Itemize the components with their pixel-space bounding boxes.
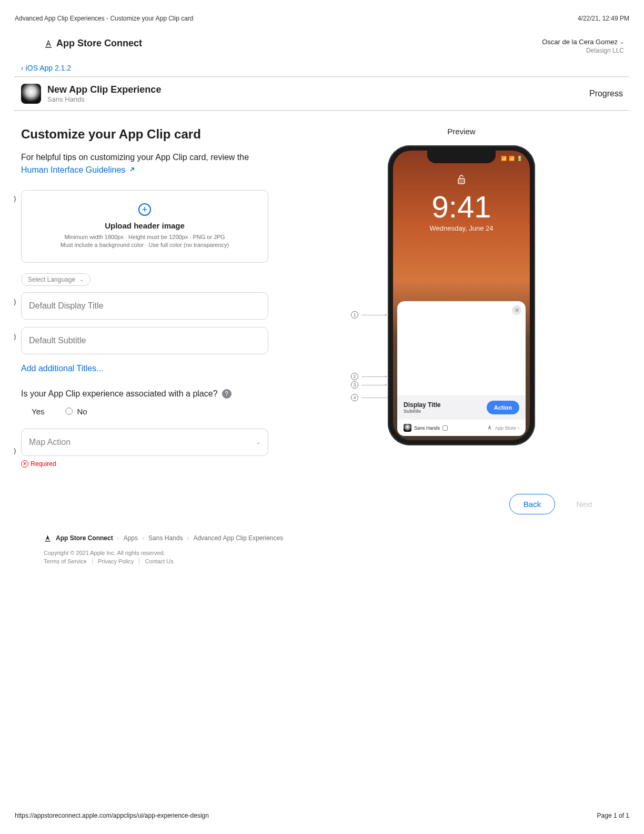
- copyright: Copyright © 2021 Apple Inc. All rights r…: [44, 550, 600, 556]
- progress-label: Progress: [589, 89, 623, 98]
- annotation-2: 2: [351, 373, 358, 380]
- upload-hint-1: Minimum width 1800px · Height must be 12…: [32, 233, 257, 241]
- external-link-icon: [129, 166, 135, 173]
- breadcrumb-root[interactable]: App Store Connect: [56, 534, 113, 542]
- annotation-1: 1: [351, 311, 358, 319]
- card-app-name: Sans Hands: [414, 425, 440, 431]
- language-select[interactable]: Select Language ⌄: [21, 273, 90, 286]
- chevron-right-icon: ›: [142, 534, 144, 542]
- print-page: Page 1 of 1: [597, 812, 629, 819]
- account-menu[interactable]: Oscar de la Cera Gomez ⌄: [542, 38, 624, 46]
- lock-time: 9:41: [393, 189, 530, 224]
- account-org: Delasign LLC: [542, 47, 624, 54]
- annotation-line: [361, 385, 387, 385]
- card-header-area: [397, 301, 526, 395]
- breadcrumb-current: Advanced App Clip Experiences: [193, 534, 283, 542]
- upload-title: Upload header image: [32, 221, 257, 230]
- breadcrumb-app[interactable]: Sans Hands: [148, 534, 183, 542]
- hig-link[interactable]: Human Interface Guidelines: [21, 165, 135, 174]
- app-store-icon: [486, 424, 494, 432]
- close-icon[interactable]: ✕: [512, 305, 521, 315]
- preview-label: Preview: [447, 127, 475, 136]
- chevron-down-icon: ⌄: [256, 439, 260, 445]
- chevron-right-icon: ›: [117, 534, 119, 542]
- place-question: Is your App Clip experience associated w…: [21, 389, 218, 399]
- print-title: Advanced App Clip Experiences - Customiz…: [15, 15, 194, 22]
- print-timestamp: 4/22/21, 12:49 PM: [578, 15, 629, 22]
- annotation-line: [361, 376, 387, 377]
- upload-header-image[interactable]: + Upload header image Minimum width 1800…: [21, 190, 268, 263]
- annotation-4: 4: [351, 394, 358, 401]
- subtitle-input[interactable]: [21, 327, 268, 354]
- card-action-button[interactable]: Action: [487, 401, 519, 414]
- chevron-down-icon: ⌄: [79, 276, 84, 282]
- chevron-down-icon: ⌄: [620, 39, 624, 45]
- contact-link[interactable]: Contact Us: [145, 558, 178, 564]
- annotation-paren: ): [14, 446, 16, 454]
- checkbox-icon: [442, 425, 448, 431]
- annotation-line: [361, 315, 387, 315]
- breadcrumb-apps[interactable]: Apps: [124, 534, 138, 542]
- app-clip-card: ✕ Display Title Subtitle Action: [397, 301, 526, 436]
- svg-rect-0: [458, 178, 465, 184]
- back-breadcrumb[interactable]: ‹ iOS App 2.1.2: [15, 59, 77, 76]
- phone-screen: 📶 📶 🔋 9:41 Wednesday, June 24 ✕: [393, 151, 530, 440]
- tos-link[interactable]: Terms of Service: [44, 558, 93, 564]
- app-store-link[interactable]: App Store ›: [486, 424, 519, 432]
- annotation-paren: ): [14, 332, 16, 340]
- radio-icon: [65, 408, 73, 415]
- add-titles-link[interactable]: Add additional Titles...: [21, 364, 104, 373]
- app-store-connect-icon: [44, 534, 52, 542]
- phone-notch: [427, 151, 496, 163]
- brand[interactable]: App Store Connect: [44, 38, 142, 49]
- annotation-3: 3: [351, 381, 358, 389]
- app-store-connect-icon: [44, 39, 53, 48]
- annotation-paren: ): [14, 194, 16, 202]
- required-error: ✕ Required: [21, 460, 268, 468]
- chevron-right-icon: ›: [518, 425, 519, 431]
- lock-date: Wednesday, June 24: [393, 224, 530, 232]
- help-icon[interactable]: ?: [222, 389, 232, 399]
- app-icon: [21, 84, 41, 104]
- chevron-left-icon: ‹: [21, 64, 24, 72]
- phone-frame: 📶 📶 🔋 9:41 Wednesday, June 24 ✕: [388, 145, 535, 445]
- brand-text: App Store Connect: [56, 38, 142, 49]
- plus-icon: +: [138, 203, 151, 216]
- radio-no[interactable]: No: [65, 407, 87, 416]
- tips-text: For helpful tips on customizing your App…: [21, 153, 249, 162]
- app-subtitle: Sans Hands: [47, 95, 161, 103]
- print-url: https://appstoreconnect.apple.com/appcli…: [15, 812, 209, 819]
- page-title: New App Clip Experience: [47, 84, 161, 95]
- error-icon: ✕: [21, 460, 28, 468]
- next-button: Next: [571, 494, 598, 514]
- section-title: Customize your App Clip card: [21, 127, 268, 142]
- map-action-select[interactable]: Map Action ⌄: [21, 429, 268, 456]
- upload-hint-2: Must include a background color · Use fu…: [32, 241, 257, 249]
- display-title-input[interactable]: [21, 292, 268, 320]
- radio-yes[interactable]: Yes: [32, 407, 44, 416]
- card-subtitle: Subtitle: [404, 409, 440, 414]
- mini-app-icon: [404, 424, 411, 432]
- back-button[interactable]: Back: [509, 494, 555, 514]
- annotation-paren: ): [14, 297, 16, 305]
- privacy-link[interactable]: Privacy Policy: [98, 558, 139, 564]
- chevron-right-icon: ›: [187, 534, 189, 542]
- card-display-title: Display Title: [404, 401, 440, 409]
